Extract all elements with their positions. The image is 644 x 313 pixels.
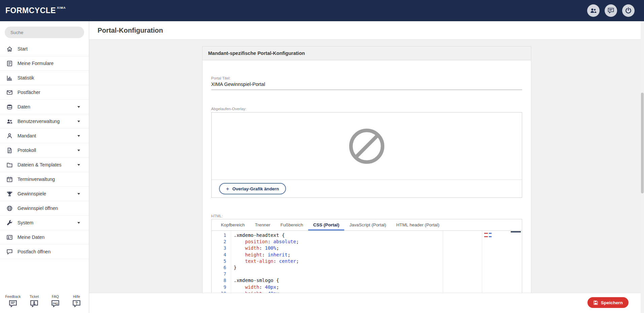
sidebar-item-label: Gewinnspiel öffnen	[17, 206, 80, 211]
footer-link-ticket[interactable]: Ticket	[24, 294, 45, 308]
sidebar-item-system[interactable]: System	[0, 216, 89, 230]
id-card-icon	[6, 234, 13, 241]
save-button-label: Speichern	[601, 300, 623, 305]
overlay-actions: + Overlay-Grafik ändern	[212, 180, 522, 197]
person-icon	[6, 133, 13, 139]
sidebar-item-label: System	[17, 220, 77, 225]
power-icon	[625, 7, 632, 14]
footer-link-label: Hilfe	[73, 294, 80, 299]
sidebar-item-gewinnspiel-oeffnen[interactable]: Gewinnspiel öffnen	[0, 201, 89, 216]
footer-link-faq[interactable]: FAQFAQ	[45, 294, 66, 308]
trophy-icon	[6, 191, 13, 197]
power-button[interactable]	[622, 4, 635, 17]
change-overlay-button-label: Overlay-Grafik ändern	[232, 186, 279, 191]
sidebar-item-label: Gewinnspiele	[17, 191, 77, 196]
tab-html-header-portal[interactable]: HTML header (Portal)	[391, 219, 444, 230]
tab-fussbereich[interactable]: Fußbereich	[276, 219, 308, 230]
editor-line-number: 1	[212, 232, 226, 239]
overlay-image-preview	[212, 113, 522, 180]
faq-icon: FAQ	[51, 299, 60, 308]
overlay-label: Abgelaufen-Overlay:	[211, 107, 522, 111]
editor-code-area[interactable]: .xmdemo-headtext { position: absolute; w…	[234, 231, 522, 293]
editor-code-line: height: inherit;	[234, 252, 522, 258]
sidebar-item-label: Postfach öffnen	[17, 249, 80, 254]
editor-code-line: height: 40px;	[234, 290, 522, 293]
sidebar-item-label: Dateien & Templates	[17, 162, 77, 167]
logo-subtext: XIMA	[57, 6, 66, 9]
editor-line-number: 5	[212, 258, 226, 264]
sidebar-item-label: Daten	[17, 104, 77, 109]
page-scrollbar[interactable]	[641, 21, 644, 313]
sidebar-item-label: Mandant	[17, 133, 77, 138]
chat-icon	[6, 249, 13, 255]
topbar: FORMCYCLEXIMA	[0, 0, 644, 21]
editor-line-number: 4	[212, 252, 226, 258]
sidebar-item-label: Meine Formulare	[17, 61, 80, 66]
footer-link-label: FAQ	[52, 294, 59, 299]
sidebar-item-label: Start	[17, 46, 80, 52]
globe-icon	[6, 205, 13, 212]
editor-code-line: position: absolute;	[234, 239, 522, 245]
tab-javascript-portal[interactable]: JavaScript (Portal)	[344, 219, 391, 230]
sidebar-item-statistik[interactable]: Statistik	[0, 71, 89, 85]
sidebar-item-start[interactable]: Start	[0, 42, 89, 56]
search-input[interactable]	[5, 27, 84, 38]
save-button[interactable]: Speichern	[587, 297, 629, 308]
sidebar-item-meine-daten[interactable]: Meine Daten	[0, 230, 89, 245]
sidebar-footer: FeedbackTicketFAQFAQHilfe?	[0, 293, 89, 313]
users-button[interactable]	[587, 4, 600, 17]
sidebar: StartMeine FormulareStatistikPostfächerD…	[0, 21, 89, 313]
change-overlay-button[interactable]: + Overlay-Grafik ändern	[219, 183, 286, 194]
topbar-actions	[587, 4, 635, 17]
sidebar-item-label: Protokoll	[17, 148, 77, 153]
sidebar-item-daten[interactable]: Daten	[0, 100, 89, 114]
footer-link-hilfe[interactable]: Hilfe?	[66, 294, 87, 308]
database-icon	[6, 104, 13, 110]
sidebar-item-benutzerverwaltung[interactable]: Benutzerverwaltung	[0, 114, 89, 129]
editor-code-line: }	[234, 264, 522, 271]
portal-title-input[interactable]	[211, 80, 522, 90]
help-icon: ?	[72, 299, 81, 308]
main-area: Portal-Konfiguration Mandant-spezifische…	[89, 21, 644, 313]
html-field: HTML: KopfbereichTrennerFußbereichCSS (P…	[211, 214, 522, 293]
footer-link-feedback[interactable]: Feedback	[2, 294, 24, 308]
sidebar-search	[0, 21, 89, 42]
form-icon	[6, 60, 13, 67]
chevron-down-icon	[77, 150, 80, 151]
tab-css-portal[interactable]: CSS (Portal)	[308, 219, 345, 230]
sidebar-item-postfach-oeffnen[interactable]: Postfach öffnen	[0, 245, 89, 259]
formcycle-logo: FORMCYCLEXIMA	[5, 6, 66, 15]
wrench-icon	[6, 220, 13, 226]
feedback-button[interactable]	[605, 4, 617, 17]
page-scrollbar-thumb[interactable]	[641, 93, 644, 193]
sidebar-item-meine-formulare[interactable]: Meine Formulare	[0, 56, 89, 71]
sidebar-item-gewinnspiele[interactable]: Gewinnspiele	[0, 187, 89, 201]
chevron-down-icon	[77, 121, 80, 122]
users-icon	[590, 7, 597, 14]
sidebar-item-postfaecher[interactable]: Postfächer	[0, 85, 89, 100]
chart-icon	[6, 75, 13, 81]
page-title: Portal-Konfiguration	[98, 27, 163, 34]
editor-scrollbar-thumb[interactable]	[511, 231, 521, 232]
sidebar-item-mandant[interactable]: Mandant	[0, 129, 89, 143]
tab-trenner[interactable]: Trenner	[250, 219, 275, 230]
tab-kopfbereich[interactable]: Kopfbereich	[216, 219, 250, 230]
sidebar-item-label: Postfächer	[17, 90, 80, 95]
overlay-field: Abgelaufen-Overlay: + Overlay-Grafik	[211, 107, 522, 198]
footer-link-label: Feedback	[5, 294, 21, 299]
plus-icon: +	[226, 186, 229, 192]
sidebar-item-label: Statistik	[17, 75, 80, 81]
minimap-mark-row	[484, 233, 508, 234]
feedback-icon	[607, 7, 614, 14]
sidebar-item-protokoll[interactable]: Protokoll	[0, 143, 89, 158]
minimap-mark-row	[484, 236, 508, 237]
editor-gutter: 12345678910	[212, 231, 231, 293]
svg-text:4: 4	[9, 179, 10, 181]
sidebar-item-dateien-templates[interactable]: Dateien & Templates	[0, 158, 89, 172]
feedback-icon	[8, 299, 17, 308]
code-editor[interactable]: 12345678910 .xmdemo-headtext { position:…	[212, 231, 522, 293]
sidebar-item-terminverwaltung[interactable]: 4Terminverwaltung	[0, 172, 89, 187]
ticket-icon	[30, 299, 39, 308]
chevron-down-icon	[77, 106, 80, 108]
portal-title-field: Portal Titel:	[211, 76, 522, 90]
